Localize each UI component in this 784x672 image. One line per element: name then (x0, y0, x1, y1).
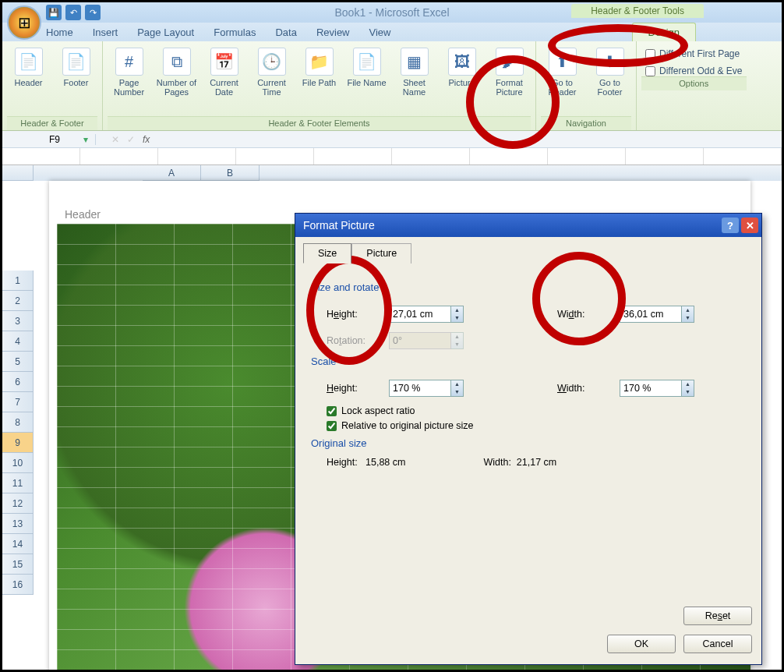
spin-down-icon[interactable]: ▼ (451, 388, 463, 396)
scale-width-spinner[interactable]: ▲▼ (620, 380, 694, 397)
spin-down-icon[interactable]: ▼ (451, 314, 463, 322)
orig-height-label: Height: (327, 457, 358, 468)
group-header-footer: 📄Header 📄Footer Header & Footer (2, 41, 103, 130)
formula-bar: F9▾ ✕✓fx (2, 131, 782, 148)
column-headers: A B (2, 165, 782, 181)
rotation-label: Rotation: (327, 335, 381, 346)
width-label: Width: (557, 309, 612, 320)
tab-data[interactable]: Data (275, 27, 296, 38)
page-number-button[interactable]: #Page Number (108, 44, 150, 97)
tab-view[interactable]: View (369, 27, 391, 38)
chevron-down-icon[interactable]: ▾ (83, 134, 88, 145)
fx-icon[interactable]: fx (143, 134, 150, 145)
redo-icon[interactable]: ↷ (85, 5, 101, 20)
scale-width-input[interactable] (620, 380, 682, 397)
height-spinner[interactable]: ▲▼ (389, 306, 464, 323)
dialog-titlebar[interactable]: Format Picture ? ✕ (295, 214, 761, 237)
different-first-page-checkbox[interactable]: Different First Page (645, 48, 743, 59)
orig-width-label: Width: (483, 457, 510, 468)
help-icon[interactable]: ? (722, 218, 739, 233)
header-placeholder-label: Header (65, 208, 101, 221)
rotation-input (389, 332, 451, 349)
tab-page-layout[interactable]: Page Layout (137, 27, 194, 38)
office-button[interactable]: ⊞ (7, 5, 41, 40)
spin-down-icon[interactable]: ▼ (682, 314, 694, 322)
tab-formulas[interactable]: Formulas (214, 27, 256, 38)
section-size-rotate: Size and rotate (311, 281, 746, 293)
undo-icon[interactable]: ↶ (65, 5, 81, 20)
col-header-b[interactable]: B (201, 165, 260, 181)
relative-size-checkbox[interactable]: Relative to original picture size (327, 420, 746, 431)
spin-up-icon[interactable]: ▲ (682, 306, 694, 314)
quick-access-toolbar: 💾 ↶ ↷ (46, 5, 101, 20)
group-options: Different First Page Different Odd & Eve… (637, 41, 751, 130)
horizontal-ruler (2, 148, 782, 165)
spin-up-icon[interactable]: ▲ (451, 306, 463, 314)
format-picture-dialog: Format Picture ? ✕ Size Picture Size and… (295, 213, 762, 665)
ok-button[interactable]: OK (607, 635, 676, 653)
footer-button[interactable]: 📄Footer (55, 44, 97, 87)
enter-icon[interactable]: ✓ (127, 134, 135, 145)
scale-height-label: Height: (327, 383, 381, 394)
group-hf-elements: #Page Number ⧉Number of Pages 📅Current D… (103, 41, 536, 130)
different-odd-even-checkbox[interactable]: Different Odd & Eve (645, 65, 743, 76)
picture-button[interactable]: 🖼Picture (440, 44, 483, 87)
lock-aspect-checkbox[interactable]: Lock aspect ratio (327, 405, 746, 416)
cancel-button[interactable]: Cancel (683, 635, 752, 653)
orig-width-value: 21,17 cm (517, 457, 556, 468)
number-of-pages-button[interactable]: ⧉Number of Pages (155, 44, 198, 97)
goto-footer-button[interactable]: ⬇Go to Footer (588, 44, 631, 97)
save-icon[interactable]: 💾 (46, 5, 62, 20)
spin-down-icon[interactable]: ▼ (682, 388, 694, 396)
tab-design[interactable]: Design (632, 23, 696, 41)
close-icon[interactable]: ✕ (741, 218, 758, 233)
tab-insert[interactable]: Insert (93, 27, 118, 38)
tab-size[interactable]: Size (303, 243, 351, 263)
select-all-corner[interactable] (2, 165, 34, 181)
reset-button[interactable]: Reset (683, 607, 752, 625)
orig-height-value: 15,88 cm (366, 457, 405, 468)
sheet-name-button[interactable]: ▦Sheet Name (393, 44, 436, 97)
ribbon: 📄Header 📄Footer Header & Footer #Page Nu… (2, 41, 782, 131)
section-scale: Scale (311, 355, 746, 367)
tab-picture[interactable]: Picture (351, 243, 411, 263)
scale-height-input[interactable] (389, 380, 451, 397)
height-input[interactable] (389, 306, 451, 323)
ribbon-tabs: Home Insert Page Layout Formulas Data Re… (2, 23, 782, 41)
current-time-button[interactable]: 🕒Current Time (250, 44, 293, 97)
scale-height-spinner[interactable]: ▲▼ (389, 380, 464, 397)
header-button[interactable]: 📄Header (7, 44, 50, 87)
goto-header-button[interactable]: ⬆Go to Header (541, 44, 584, 97)
width-spinner[interactable]: ▲▼ (620, 306, 694, 323)
col-header-a[interactable]: A (143, 165, 201, 181)
rotation-spinner: ▲▼ (389, 332, 464, 349)
title-bar: ⊞ 💾 ↶ ↷ Book1 - Microsoft Excel Header &… (2, 2, 782, 23)
width-input[interactable] (620, 306, 682, 323)
file-name-button[interactable]: 📄File Name (345, 44, 388, 87)
tab-review[interactable]: Review (316, 27, 350, 38)
tab-home[interactable]: Home (46, 27, 73, 38)
section-original-size: Original size (311, 437, 746, 449)
context-tab-title: Header & Footer Tools (571, 4, 704, 18)
height-label: Height: (327, 309, 381, 320)
dialog-title: Format Picture (303, 219, 375, 232)
spin-up-icon[interactable]: ▲ (451, 380, 463, 388)
window-title: Book1 - Microsoft Excel (334, 6, 449, 19)
file-path-button[interactable]: 📁File Path (298, 44, 341, 87)
group-navigation: ⬆Go to Header ⬇Go to Footer Navigation (536, 41, 637, 130)
scale-width-label: Width: (557, 383, 612, 394)
current-date-button[interactable]: 📅Current Date (203, 44, 245, 97)
format-picture-button[interactable]: 🖌Format Picture (488, 44, 531, 97)
spin-up-icon[interactable]: ▲ (682, 380, 694, 388)
name-box[interactable]: F9▾ (2, 134, 96, 145)
cancel-icon[interactable]: ✕ (111, 134, 119, 145)
